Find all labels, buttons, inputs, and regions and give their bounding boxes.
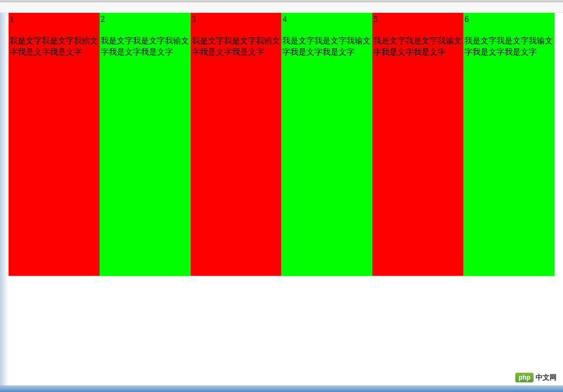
php-badge-icon: php <box>515 373 534 382</box>
column-6: 6 我是文字我是文字我输文字我是文字我是文字 <box>463 13 554 276</box>
column-number: 6 <box>464 14 469 24</box>
column-number: 2 <box>101 14 105 24</box>
column-3: 3 我是文字我是文字我输文字我是文字我是文字 <box>191 13 282 276</box>
column-text: 我是文字我是文字我输文字我是文字我是文字 <box>463 35 554 58</box>
column-number: 3 <box>192 14 196 24</box>
column-text: 我是文字我是文字我输文字我是文字我是文字 <box>9 35 100 58</box>
columns-container: 1 我是文字我是文字我输文字我是文字我是文字 2 我是文字我是文字我输文字我是文… <box>9 13 554 276</box>
column-number: 1 <box>10 14 14 24</box>
watermark-label: 中文网 <box>536 373 557 382</box>
column-text: 我是文字我是文字我输文字我是文字我是文字 <box>281 35 372 58</box>
column-4: 4 我是文字我是文字我输文字我是文字我是文字 <box>281 13 372 276</box>
column-2: 2 我是文字我是文字我输文字我是文字我是文字 <box>100 13 191 276</box>
browser-url-bar <box>0 2 563 13</box>
column-text: 我是文字我是文字我输文字我是文字我是文字 <box>372 35 463 58</box>
column-number: 4 <box>282 14 287 24</box>
column-1: 1 我是文字我是文字我输文字我是文字我是文字 <box>9 13 100 276</box>
watermark-logo: php 中文网 <box>515 373 557 382</box>
column-text: 我是文字我是文字我输文字我是文字我是文字 <box>191 35 282 58</box>
column-text: 我是文字我是文字我输文字我是文字我是文字 <box>100 35 191 58</box>
column-number: 5 <box>373 14 378 24</box>
column-5: 5 我是文字我是文字我输文字我是文字我是文字 <box>372 13 463 276</box>
taskbar <box>0 386 563 392</box>
page-content: 1 我是文字我是文字我输文字我是文字我是文字 2 我是文字我是文字我输文字我是文… <box>0 13 563 276</box>
